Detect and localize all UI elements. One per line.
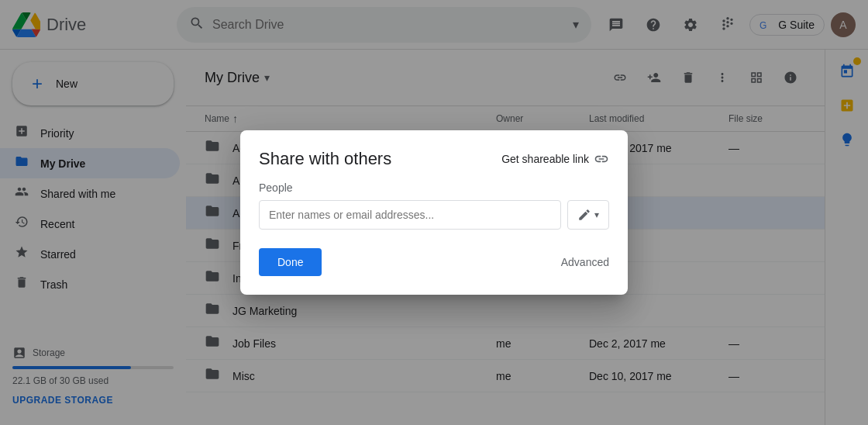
pencil-icon [577,208,591,222]
people-input-row: ▾ [259,200,609,230]
modal-title: Share with others [259,149,391,169]
modal-footer: Done Advanced [259,248,609,276]
modal-overlay[interactable]: Share with others Get shareable link Peo… [0,0,868,425]
done-button[interactable]: Done [259,248,322,276]
share-modal: Share with others Get shareable link Peo… [240,130,628,295]
permission-button[interactable]: ▾ [567,200,609,230]
get-shareable-link-button[interactable]: Get shareable link [501,151,609,167]
people-label: People [259,181,609,194]
advanced-button[interactable]: Advanced [561,256,609,268]
permission-dropdown-arrow: ▾ [594,209,599,220]
people-input[interactable] [259,200,561,230]
link-icon [594,151,609,167]
modal-header: Share with others Get shareable link [259,149,609,169]
shareable-link-label: Get shareable link [501,153,589,165]
